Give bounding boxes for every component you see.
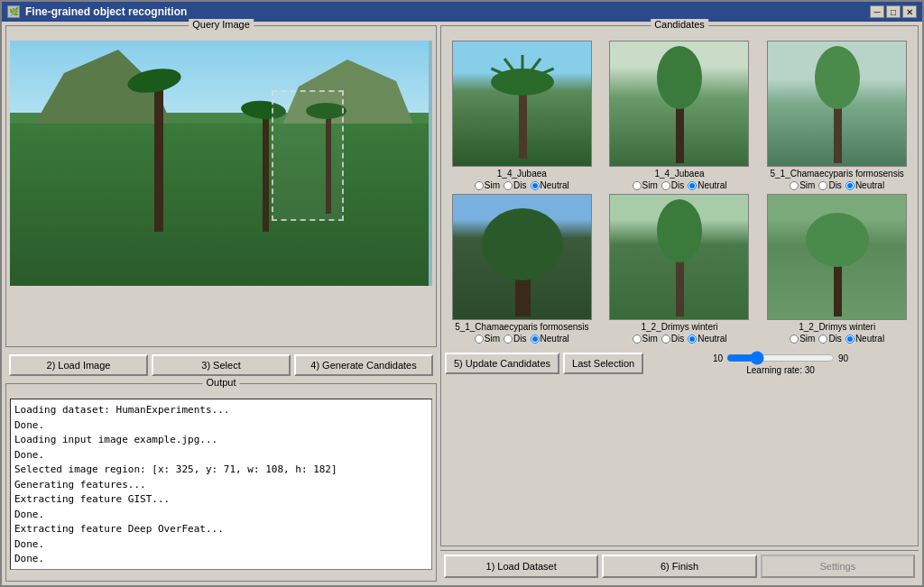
candidate-image-6 [767,194,907,320]
query-image-label: Query Image [189,19,254,30]
svg-point-10 [815,46,860,109]
candidate-label-5: 1_2_Drimys winteri [641,322,717,332]
minimize-button[interactable]: ─ [870,5,884,18]
footer-buttons: 1) Load Dataset 6) Finish Settings [440,550,919,582]
slider-max-label: 90 [838,353,848,363]
radio-input-neutral-6[interactable] [845,335,855,344]
svg-point-16 [806,213,869,267]
title-bar: 🌿 Fine-grained object recognition ─ □ ✕ [2,2,922,22]
candidate-item: 5_1_Chamaecyparis formosensisSimDisNeutr… [760,41,914,190]
candidate-label-2: 1_4_Jubaea [654,169,704,179]
select-button[interactable]: 3) Select [152,354,291,376]
radio-input-neutral-2[interactable] [688,181,697,190]
candidate-item: 1_4_JubaeaSimDisNeutral [445,41,599,190]
candidate-label-6: 1_2_Drimys winteri [799,322,875,332]
radio-neutral-4[interactable]: Neutral [531,334,569,344]
candidate-label-4: 5_1_Chamaecyparis formosensis [455,322,588,332]
settings-button[interactable]: Settings [761,555,915,578]
bottom-controls: 5) Update Candidates Last Selection 10 9… [441,347,918,379]
svg-point-14 [657,199,702,262]
radio-input-neutral-3[interactable] [845,181,855,190]
radio-neutral-5[interactable]: Neutral [688,334,726,344]
candidate-radio-row-2: SimDisNeutral [633,180,727,190]
load-image-button[interactable]: 2) Load Image [9,354,148,376]
radio-neutral-3[interactable]: Neutral [845,180,884,190]
finish-button[interactable]: 6) Finish [602,555,756,578]
radio-sim-3[interactable]: Sim [790,180,815,190]
close-button[interactable]: ✕ [902,5,917,18]
radio-input-dis-1[interactable] [504,181,513,190]
slider-min-label: 10 [713,353,723,363]
radio-input-sim-6[interactable] [790,335,799,344]
generate-candidates-button[interactable]: 4) Generate Candidates [294,354,433,376]
learning-rate-slider[interactable] [726,351,835,365]
radio-dis-4[interactable]: Dis [504,334,526,344]
radio-input-sim-2[interactable] [633,181,642,190]
radio-input-dis-6[interactable] [818,335,827,344]
candidate-item: 1_2_Drimys winteriSimDisNeutral [760,194,914,344]
candidate-label-1: 1_4_Jubaea [497,169,547,179]
candidate-radio-row-1: SimDisNeutral [475,180,569,190]
radio-sim-5[interactable]: Sim [633,334,658,344]
radio-sim-4[interactable]: Sim [475,334,500,344]
radio-dis-1[interactable]: Dis [504,180,526,190]
svg-rect-0 [519,87,527,159]
action-buttons-row: 2) Load Image 3) Select 4) Generate Cand… [5,351,437,380]
radio-dis-2[interactable]: Dis [661,180,684,190]
radio-input-dis-5[interactable] [661,335,670,344]
radio-dis-3[interactable]: Dis [818,180,841,190]
candidate-item: 1_4_JubaeaSimDisNeutral [603,41,757,190]
radio-neutral-1[interactable]: Neutral [531,180,569,190]
output-label: Output [202,377,239,388]
load-dataset-button[interactable]: 1) Load Dataset [444,555,598,578]
candidate-image-1 [452,41,592,167]
radio-neutral-2[interactable]: Neutral [688,180,726,190]
query-image-group: Query Image [5,25,437,347]
radio-input-dis-4[interactable] [504,335,513,344]
window-title: Fine-grained object recognition [25,5,187,18]
output-text-area[interactable]: Loading dataset: HumanExperiments...Done… [10,399,432,570]
radio-input-neutral-1[interactable] [531,181,540,190]
candidate-image-2 [609,41,749,167]
radio-input-sim-4[interactable] [475,335,484,344]
title-bar-left: 🌿 Fine-grained object recognition [7,5,187,18]
selection-rect [272,90,344,221]
svg-point-12 [482,208,563,280]
svg-point-8 [657,46,702,109]
radio-sim-6[interactable]: Sim [790,334,815,344]
foliage-base [10,124,429,286]
radio-input-sim-5[interactable] [633,335,642,344]
radio-sim-1[interactable]: Sim [475,180,500,190]
radio-neutral-6[interactable]: Neutral [845,334,884,344]
maximize-button[interactable]: □ [886,5,901,18]
app-icon: 🌿 [7,5,20,18]
radio-dis-6[interactable]: Dis [818,334,841,344]
last-selection-button[interactable]: Last Selection [563,353,643,374]
slider-row: 10 90 [713,351,848,365]
learning-rate-label: Learning rate: 30 [746,365,815,375]
output-group: Output Loading dataset: HumanExperiments… [5,383,437,582]
palm-trunk-2 [263,115,269,232]
left-panel: Query Image [5,25,437,582]
radio-dis-5[interactable]: Dis [661,334,684,344]
candidate-radio-row-5: SimDisNeutral [633,334,727,344]
radio-input-neutral-5[interactable] [688,335,697,344]
query-image [10,41,429,286]
query-image-container [10,41,432,286]
radio-input-sim-1[interactable] [475,181,484,190]
radio-input-sim-3[interactable] [790,181,799,190]
candidate-image-3 [767,41,907,167]
candidate-radio-row-4: SimDisNeutral [475,334,569,344]
radio-input-dis-3[interactable] [818,181,827,190]
slider-section: 10 90 Learning rate: 30 [647,351,914,375]
candidate-item: 5_1_Chamaecyparis formosensisSimDisNeutr… [445,194,599,344]
palm-trunk-1 [154,87,163,232]
radio-input-neutral-4[interactable] [531,335,540,344]
radio-input-dis-2[interactable] [661,181,670,190]
candidate-image-5 [609,194,749,320]
update-candidates-button[interactable]: 5) Update Candidates [445,353,559,374]
right-panel: Candidates 1_4_JubaeaSimDisNeutral1_4_Ju… [440,25,919,582]
radio-sim-2[interactable]: Sim [633,180,658,190]
candidate-label-3: 5_1_Chamaecyparis formosensis [770,169,903,179]
main-window: 🌿 Fine-grained object recognition ─ □ ✕ … [0,0,924,587]
